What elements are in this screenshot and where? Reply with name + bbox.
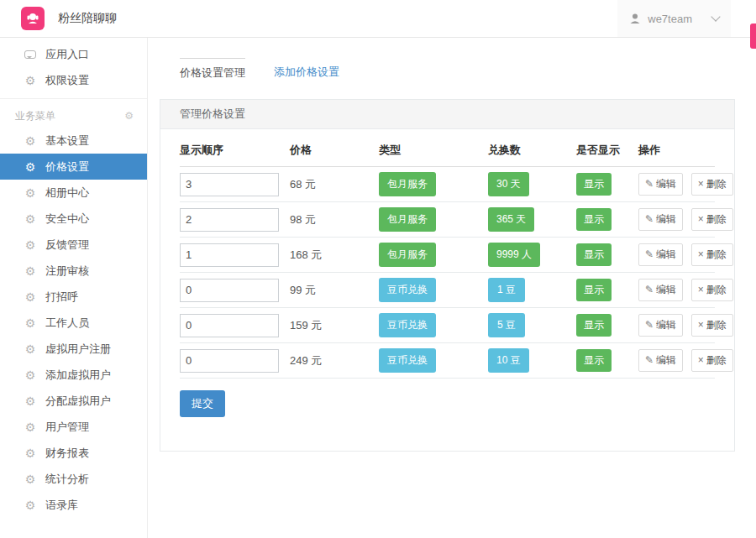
gear-icon[interactable]: ⚙ bbox=[124, 110, 134, 122]
sidebar-item-virtual-user-register[interactable]: ⚙ 虚拟用户注册 bbox=[0, 336, 147, 362]
sidebar-item-label: 语录库 bbox=[45, 498, 78, 513]
visibility-toggle-button[interactable]: 显示 bbox=[576, 279, 612, 301]
delete-button[interactable]: ×删除 bbox=[691, 208, 733, 231]
count-badge: 1 豆 bbox=[488, 278, 525, 302]
floating-widget-edge[interactable] bbox=[750, 24, 756, 49]
edit-button[interactable]: ✎编辑 bbox=[638, 279, 683, 301]
gear-icon: ⚙ bbox=[24, 447, 37, 459]
type-badge: 豆币兑换 bbox=[379, 278, 436, 302]
sidebar-item-album-center[interactable]: ⚙ 相册中心 bbox=[0, 180, 147, 206]
sidebar-item-price-settings[interactable]: ⚙ 价格设置 bbox=[0, 154, 147, 180]
table-row: 68 元 包月服务 30 天 显示 ✎编辑 ×删除 bbox=[180, 167, 715, 202]
price-value: 249 元 bbox=[290, 343, 379, 379]
sidebar-item-label: 安全中心 bbox=[45, 212, 89, 227]
sidebar-item-assign-virtual-user[interactable]: ⚙ 分配虚拟用户 bbox=[0, 388, 147, 414]
delete-button[interactable]: ×删除 bbox=[691, 243, 733, 266]
count-badge: 365 天 bbox=[488, 207, 534, 232]
edit-icon: ✎ bbox=[645, 213, 654, 225]
sidebar-item-add-virtual-user[interactable]: ⚙ 添加虚拟用户 bbox=[0, 362, 147, 388]
col-header-count: 兑换数 bbox=[488, 133, 576, 167]
sidebar-section-business-menu: 业务菜单 ⚙ bbox=[0, 104, 147, 128]
type-badge: 豆币兑换 bbox=[379, 348, 436, 373]
type-badge: 豆币兑换 bbox=[379, 313, 436, 337]
tab-add-price-setting[interactable]: 添加价格设置 bbox=[274, 58, 339, 81]
col-header-order: 显示顺序 bbox=[180, 133, 290, 167]
visibility-toggle-button[interactable]: 显示 bbox=[576, 314, 612, 337]
user-menu[interactable]: we7team bbox=[617, 0, 731, 37]
sidebar-item-basic-settings[interactable]: ⚙ 基本设置 bbox=[0, 128, 147, 154]
delete-button[interactable]: ×删除 bbox=[691, 314, 733, 337]
table-row: 99 元 豆币兑换 1 豆 显示 ✎编辑 ×删除 bbox=[180, 273, 715, 308]
visibility-toggle-button[interactable]: 显示 bbox=[576, 173, 612, 196]
gear-icon: ⚙ bbox=[24, 213, 37, 225]
visibility-toggle-button[interactable]: 显示 bbox=[576, 243, 612, 266]
delete-button[interactable]: ×删除 bbox=[691, 349, 733, 372]
gear-icon: ⚙ bbox=[24, 369, 37, 381]
sidebar-item-permission-settings[interactable]: ⚙ 权限设置 bbox=[0, 67, 147, 93]
sidebar-item-label: 反馈管理 bbox=[45, 238, 89, 253]
table-row: 159 元 豆币兑换 5 豆 显示 ✎编辑 ×删除 bbox=[180, 308, 715, 343]
col-header-visible: 是否显示 bbox=[576, 133, 638, 167]
edit-icon: ✎ bbox=[645, 248, 654, 260]
gear-icon: ⚙ bbox=[24, 291, 37, 303]
order-input[interactable] bbox=[180, 208, 279, 232]
edit-button[interactable]: ✎编辑 bbox=[638, 349, 683, 372]
sidebar-item-label: 基本设置 bbox=[45, 133, 89, 149]
sidebar-item-security-center[interactable]: ⚙ 安全中心 bbox=[0, 206, 147, 232]
sidebar-item-app-entry[interactable]: 应用入口 bbox=[0, 41, 147, 67]
gear-icon: ⚙ bbox=[24, 161, 37, 173]
order-input[interactable] bbox=[180, 173, 279, 196]
sidebar-item-label: 工作人员 bbox=[45, 316, 89, 331]
top-header: 粉丝陪聊聊 we7team bbox=[0, 0, 756, 38]
sidebar-item-greeting[interactable]: ⚙ 打招呼 bbox=[0, 284, 147, 310]
edit-button[interactable]: ✎编辑 bbox=[638, 208, 683, 231]
tab-price-setting-management[interactable]: 价格设置管理 bbox=[180, 58, 245, 81]
order-input[interactable] bbox=[180, 243, 279, 267]
order-input[interactable] bbox=[180, 314, 279, 337]
edit-icon: ✎ bbox=[645, 354, 654, 366]
price-value: 99 元 bbox=[290, 273, 379, 308]
edit-icon: ✎ bbox=[645, 319, 654, 331]
sidebar: 应用入口 ⚙ 权限设置 业务菜单 ⚙ ⚙ 基本设置 ⚙ 价格设置 ⚙ 相册中心 … bbox=[0, 38, 148, 538]
price-value: 159 元 bbox=[290, 308, 379, 343]
sidebar-item-label: 相册中心 bbox=[45, 185, 89, 201]
count-badge: 30 天 bbox=[488, 172, 529, 196]
sidebar-item-registration-review[interactable]: ⚙ 注册审核 bbox=[0, 258, 147, 284]
edit-button[interactable]: ✎编辑 bbox=[638, 314, 683, 337]
edit-button[interactable]: ✎编辑 bbox=[638, 173, 683, 196]
sidebar-item-label: 权限设置 bbox=[45, 73, 89, 88]
order-input[interactable] bbox=[180, 349, 279, 373]
gear-icon: ⚙ bbox=[24, 135, 37, 147]
gear-icon: ⚙ bbox=[24, 265, 37, 277]
delete-button[interactable]: ×删除 bbox=[691, 173, 733, 196]
type-badge: 包月服务 bbox=[379, 243, 436, 267]
edit-button[interactable]: ✎编辑 bbox=[638, 243, 683, 266]
table-row: 249 元 豆币兑换 10 豆 显示 ✎编辑 ×删除 bbox=[180, 343, 715, 379]
price-value: 68 元 bbox=[290, 167, 379, 202]
sidebar-item-financial-report[interactable]: ⚙ 财务报表 bbox=[0, 440, 147, 466]
price-table: 显示顺序 价格 类型 兑换数 是否显示 操作 68 元 包月服务 bbox=[180, 133, 715, 379]
price-value: 98 元 bbox=[290, 202, 379, 238]
count-badge: 5 豆 bbox=[488, 313, 525, 337]
sidebar-item-label: 打招呼 bbox=[45, 290, 78, 305]
user-icon bbox=[629, 13, 641, 24]
sidebar-item-staff[interactable]: ⚙ 工作人员 bbox=[0, 310, 147, 336]
sidebar-item-label: 应用入口 bbox=[45, 47, 89, 62]
sidebar-item-label: 注册审核 bbox=[45, 264, 89, 279]
delete-button[interactable]: ×删除 bbox=[691, 279, 733, 301]
table-row: 98 元 包月服务 365 天 显示 ✎编辑 ×删除 bbox=[180, 202, 715, 238]
delete-icon: × bbox=[698, 319, 704, 331]
sidebar-item-quote-library[interactable]: ⚙ 语录库 bbox=[0, 492, 147, 518]
submit-button[interactable]: 提交 bbox=[180, 390, 225, 417]
visibility-toggle-button[interactable]: 显示 bbox=[576, 349, 612, 372]
chevron-down-icon bbox=[711, 12, 720, 21]
order-input[interactable] bbox=[180, 279, 279, 302]
sidebar-item-user-management[interactable]: ⚙ 用户管理 bbox=[0, 414, 147, 440]
sidebar-item-feedback-management[interactable]: ⚙ 反馈管理 bbox=[0, 232, 147, 258]
visibility-toggle-button[interactable]: 显示 bbox=[576, 208, 612, 231]
user-name: we7team bbox=[648, 13, 692, 25]
table-row: 168 元 包月服务 9999 人 显示 ✎编辑 ×删除 bbox=[180, 238, 715, 273]
sidebar-item-statistics[interactable]: ⚙ 统计分析 bbox=[0, 466, 147, 492]
price-settings-panel: 管理价格设置 显示顺序 价格 类型 兑换数 是否显示 操作 bbox=[160, 99, 735, 452]
gear-icon: ⚙ bbox=[24, 317, 37, 329]
